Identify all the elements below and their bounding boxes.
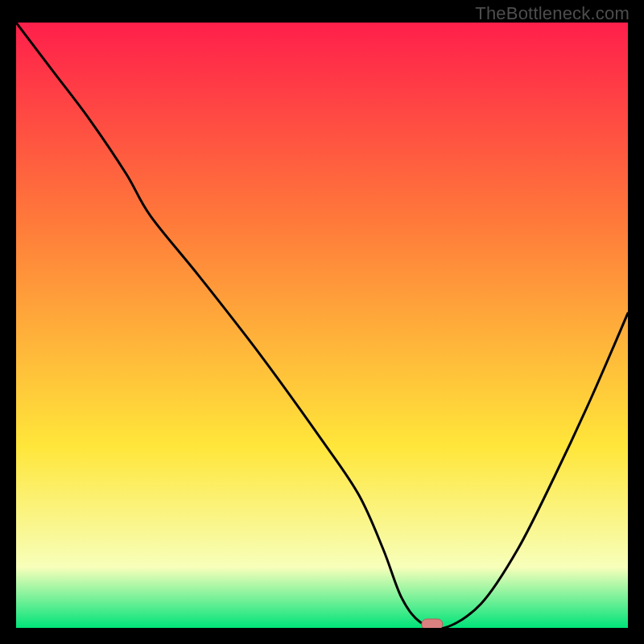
optimal-marker: [422, 619, 443, 628]
chart-svg: [16, 23, 628, 628]
gradient-background: [16, 23, 628, 628]
chart-frame: TheBottleneck.com: [0, 0, 644, 644]
plot-area: [16, 23, 628, 628]
watermark-text: TheBottleneck.com: [475, 3, 630, 24]
